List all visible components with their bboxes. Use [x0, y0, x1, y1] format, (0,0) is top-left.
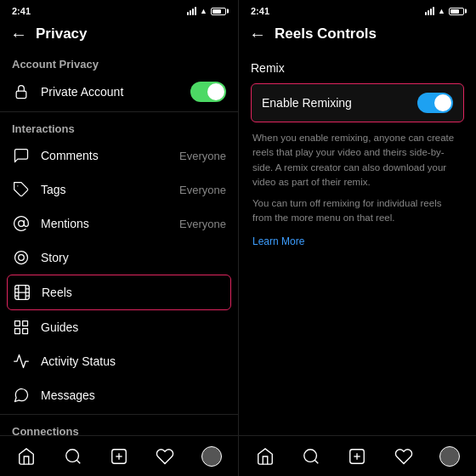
svg-point-3	[15, 252, 28, 264]
battery-icon-right	[449, 8, 464, 15]
remix-turn-off-note: You can turn off remixing for individual…	[251, 196, 464, 226]
status-bar-right: 2:41 ▲	[239, 0, 476, 20]
svg-rect-9	[23, 329, 28, 334]
back-button-left[interactable]: ←	[10, 26, 27, 42]
nav-search-left[interactable]	[56, 439, 90, 473]
wifi-icon: ▲	[200, 7, 207, 15]
right-header: ← Reels Controls	[239, 20, 476, 49]
signal-icon-right	[425, 7, 434, 15]
private-account-label: Private Account	[41, 85, 180, 99]
tags-value: Everyone	[179, 184, 226, 196]
nav-profile-left[interactable]	[195, 439, 229, 473]
enable-remixing-toggle[interactable]	[417, 93, 453, 113]
menu-item-messages[interactable]: Messages	[0, 378, 238, 412]
back-button-right[interactable]: ←	[249, 26, 266, 42]
comments-value: Everyone	[179, 150, 226, 162]
svg-rect-8	[15, 329, 20, 334]
section-account-privacy: Account Privacy	[0, 49, 238, 74]
nav-heart-left[interactable]	[148, 439, 182, 473]
story-icon	[12, 248, 31, 267]
nav-home-left[interactable]	[9, 439, 43, 473]
section-connections: Connections	[0, 416, 238, 435]
left-panel: 2:41 ▲ ← Privacy Account Privacy P	[0, 0, 238, 476]
nav-profile-right[interactable]	[433, 439, 467, 473]
mentions-value: Everyone	[179, 218, 226, 230]
divider-2	[0, 414, 238, 415]
messages-label: Messages	[41, 388, 226, 402]
svg-point-22	[304, 449, 317, 462]
private-account-toggle[interactable]	[190, 82, 226, 102]
wifi-icon-right: ▲	[438, 7, 445, 15]
guides-label: Guides	[41, 320, 226, 334]
remix-description: When you enable remixing, anyone can cre…	[251, 131, 464, 190]
svg-point-4	[19, 255, 25, 261]
enable-remixing-label: Enable Remixing	[262, 96, 352, 110]
svg-rect-6	[15, 321, 20, 326]
section-interactions: Interactions	[0, 114, 238, 139]
divider-1	[0, 111, 238, 112]
lock-icon	[12, 82, 31, 101]
comment-icon	[12, 146, 31, 165]
remix-section-title: Remix	[251, 61, 464, 75]
reels-label: Reels	[42, 286, 225, 299]
guides-icon	[12, 318, 31, 337]
avatar-left	[201, 446, 222, 467]
menu-item-comments[interactable]: Comments Everyone	[0, 139, 238, 173]
right-panel: 2:41 ▲ ← Reels Controls Remix Enable Rem…	[238, 0, 476, 476]
bottom-nav-left	[0, 435, 238, 476]
reels-icon	[13, 283, 31, 302]
nav-add-left[interactable]	[102, 439, 136, 473]
nav-add-right[interactable]	[340, 439, 374, 473]
toggle-private-account[interactable]	[190, 82, 226, 102]
enable-remixing-row[interactable]: Enable Remixing	[251, 83, 464, 122]
menu-item-tags[interactable]: Tags Everyone	[0, 173, 238, 207]
mentions-label: Mentions	[41, 217, 169, 230]
activity-status-label: Activity Status	[41, 354, 226, 368]
tag-icon	[12, 180, 31, 199]
battery-icon	[211, 8, 226, 15]
status-icons-right: ▲	[425, 7, 464, 15]
nav-heart-right[interactable]	[387, 439, 421, 473]
svg-point-2	[19, 221, 25, 227]
signal-icon	[187, 7, 196, 15]
avatar-right	[439, 446, 460, 467]
svg-point-17	[65, 449, 78, 462]
menu-item-reels[interactable]: Reels	[7, 275, 231, 310]
bottom-nav-right	[239, 435, 476, 476]
menu-item-private-account[interactable]: Private Account	[0, 74, 238, 110]
svg-line-23	[315, 460, 319, 463]
at-icon	[12, 214, 31, 233]
story-label: Story	[41, 251, 226, 264]
messages-icon	[12, 386, 31, 405]
left-content: Account Privacy Private Account Interact…	[0, 49, 238, 435]
svg-line-18	[76, 460, 80, 463]
comments-label: Comments	[41, 149, 169, 162]
right-content: Remix Enable Remixing When you enable re…	[239, 49, 476, 435]
menu-item-mentions[interactable]: Mentions Everyone	[0, 207, 238, 241]
menu-item-activity-status[interactable]: Activity Status	[0, 344, 238, 378]
nav-search-right[interactable]	[294, 439, 328, 473]
time-right: 2:41	[251, 6, 269, 16]
remix-section: Remix Enable Remixing When you enable re…	[239, 49, 476, 253]
menu-item-story[interactable]: Story	[0, 241, 238, 275]
left-title: Privacy	[36, 26, 88, 42]
svg-rect-7	[23, 321, 28, 326]
left-header: ← Privacy	[0, 20, 238, 49]
svg-rect-0	[16, 91, 26, 98]
menu-item-guides[interactable]: Guides	[0, 310, 238, 344]
tags-label: Tags	[41, 183, 169, 196]
status-bar-left: 2:41 ▲	[0, 0, 238, 20]
right-title: Reels Controls	[275, 26, 377, 42]
nav-home-right[interactable]	[248, 439, 282, 473]
activity-icon	[12, 352, 31, 371]
learn-more-link[interactable]: Learn More	[251, 235, 306, 247]
time-left: 2:41	[12, 6, 31, 16]
status-icons-left: ▲	[187, 7, 226, 15]
